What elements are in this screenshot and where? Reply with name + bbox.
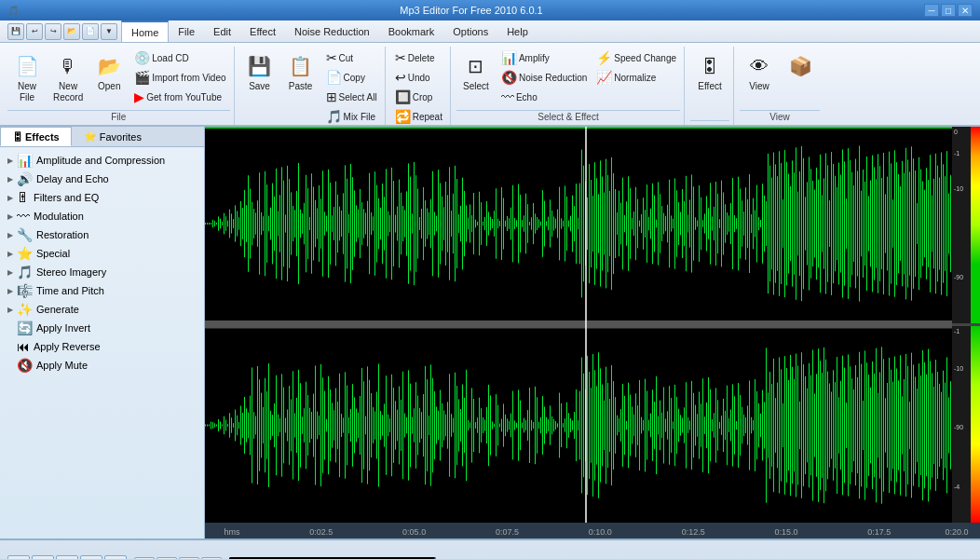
import-video-icon: 🎬 — [134, 70, 150, 85]
delete-button[interactable]: ✂ Delete — [391, 48, 446, 67]
new-file-button[interactable]: 📄 NewFile — [7, 48, 47, 106]
view-label: View — [749, 81, 769, 91]
menu-bookmark[interactable]: Bookmark — [379, 20, 444, 42]
close-button[interactable]: ✕ — [958, 4, 973, 17]
get-youtube-button[interactable]: ▶ Get from YouTube — [130, 88, 229, 106]
effect-apply-reverse[interactable]: ▶ ⏮ Apply Reverse — [4, 337, 200, 356]
cut-button[interactable]: ✂ Cut — [322, 48, 381, 67]
effect-generate[interactable]: ▶ ✨ Generate — [4, 300, 200, 319]
effect-time-pitch[interactable]: ▶ 🎼 Time and Pitch — [4, 281, 200, 300]
effect-special[interactable]: ▶ ⭐ Special — [4, 244, 200, 263]
qa-save[interactable]: 💾 — [7, 23, 24, 40]
effect-restoration[interactable]: ▶ 🔧 Restoration — [4, 225, 200, 244]
effect-delay[interactable]: ▶ 🔊 Delay and Echo — [4, 170, 200, 188]
select-effect-group-label: Select & Effect — [456, 110, 680, 123]
qa-undo[interactable]: ↩ — [26, 23, 43, 40]
amplify-button[interactable]: 📊 Amplify — [497, 48, 591, 67]
file-extras: 💿 Load CD 🎬 Import from Video ▶ Get from… — [130, 48, 229, 106]
next-button[interactable]: ⏭ — [104, 555, 127, 560]
paste-button[interactable]: 📋 Paste — [281, 48, 320, 94]
db-label-0: 0 — [954, 129, 958, 135]
menu-file[interactable]: File — [169, 20, 204, 42]
qa-redo[interactable]: ↪ — [45, 23, 61, 40]
filters-label: Filters and EQ — [34, 192, 99, 203]
mix-file-button[interactable]: 🎵 Mix File — [322, 107, 381, 126]
normalize-button[interactable]: 📈 Normalize — [592, 68, 680, 87]
effect-apply-invert[interactable]: ▶ 🔄 Apply Invert — [4, 319, 200, 337]
qa-new[interactable]: 📄 — [82, 23, 99, 40]
new-record-button[interactable]: 🎙 NewRecord — [48, 48, 88, 106]
import-video-button[interactable]: 🎬 Import from Video — [130, 68, 229, 87]
amplify-icon: 📊 — [501, 50, 517, 65]
timeline: hms 0:02.5 0:05.0 0:07.5 0:10.0 0:12.5 0… — [205, 523, 980, 539]
open-icon: 📂 — [94, 51, 124, 81]
maximize-button[interactable]: □ — [941, 4, 956, 17]
echo-icon: 〰 — [501, 89, 514, 104]
effect-modulation[interactable]: ▶ 〰 Modulation — [4, 207, 200, 225]
play-pause-button[interactable]: ⏭ — [32, 555, 54, 560]
help-icon: 📦 — [785, 51, 815, 81]
mix-file-label: Mix File — [344, 112, 375, 122]
view-button[interactable]: 👁 View — [740, 48, 779, 94]
db-label-b10: -10 — [954, 365, 963, 372]
menu-noise-reduction[interactable]: Noise Reduction — [285, 20, 379, 42]
filters-arrow: ▶ — [7, 194, 13, 202]
save-button[interactable]: 💾 Save — [240, 48, 279, 94]
tab-favorites[interactable]: ⭐ Favorites — [72, 127, 154, 146]
help-icon-button[interactable]: 📦 — [781, 48, 820, 84]
waveform-canvas[interactable] — [205, 127, 952, 523]
waveform-area[interactable]: 0 -1 -10 -90 -1 -10 -90 -4 hms 0:02.5 0:… — [205, 127, 980, 539]
time-pitch-icon: 🎼 — [17, 283, 33, 298]
select-button[interactable]: ⊡ Select — [456, 48, 496, 94]
delay-icon: 🔊 — [17, 171, 33, 186]
db-scale-bottom: -1 -10 -90 -4 — [952, 326, 980, 523]
restoration-arrow: ▶ — [7, 231, 13, 239]
apply-mute-label: Apply Mute — [36, 360, 88, 371]
menu-help[interactable]: Help — [497, 20, 538, 42]
qa-open[interactable]: 📂 — [63, 23, 80, 40]
menu-edit[interactable]: Edit — [204, 20, 240, 42]
copy-button[interactable]: 📄 Copy — [322, 68, 381, 87]
load-cd-button[interactable]: 💿 Load CD — [130, 48, 229, 67]
effect-button[interactable]: 🎛 Effect — [690, 48, 729, 94]
menu-home[interactable]: Home — [121, 20, 169, 42]
delete-icon: ✂ — [395, 50, 406, 65]
noise-reduction-label: Noise Reduction — [519, 73, 587, 83]
stop-cursor-button[interactable]: ⊡ — [56, 555, 78, 560]
repeat-button[interactable]: 🔁 Repeat — [391, 107, 446, 126]
menu-effect[interactable]: Effect — [240, 20, 285, 42]
restoration-label: Restoration — [36, 229, 88, 240]
undo-button[interactable]: ↩ Undo — [391, 68, 446, 87]
prev-button[interactable]: ⏮ — [80, 555, 102, 560]
effects-list: ▶ 📊 Amplitude and Compression ▶ 🔊 Delay … — [0, 147, 204, 539]
effect-filters[interactable]: ▶ 🎚 Filters and EQ — [4, 188, 200, 207]
select-all-button[interactable]: ⊞ Select All — [322, 88, 381, 106]
effect-stereo[interactable]: ▶ 🎵 Stereo Imagery — [4, 263, 200, 281]
ribbon-group-editing: ✂ Delete ↩ Undo 🔲 Crop 🔁 Repeat Editing — [388, 47, 451, 125]
restoration-icon: 🔧 — [17, 227, 33, 242]
tab-effects[interactable]: 🎛 Effects — [0, 127, 72, 146]
crop-button[interactable]: 🔲 Crop — [391, 88, 446, 106]
menu-options[interactable]: Options — [443, 20, 497, 42]
normalize-label: Normalize — [614, 73, 656, 83]
qa-dropdown[interactable]: ▼ — [101, 23, 117, 40]
minimize-button[interactable]: ─ — [924, 4, 939, 17]
bottom-controls: ▶ ⏭ ⊡ ⏮ ⏭ ⏹ ⏸ ⏺ ⏮ ⏭ 🔍+ 🔍- ⊡ ⊞ ↕ ↔ ↩ ↪ 0:… — [0, 539, 980, 559]
effect-apply-mute[interactable]: ▶ 🔇 Apply Mute — [4, 356, 200, 375]
view-icon: 👁 — [744, 51, 774, 81]
noise-reduction-button[interactable]: 🔇 Noise Reduction — [497, 68, 591, 87]
effect-amplitude[interactable]: ▶ 📊 Amplitude and Compression — [4, 151, 200, 170]
select-label: Select — [463, 81, 489, 91]
undo-icon: ↩ — [395, 70, 406, 85]
wave-container[interactable]: 0 -1 -10 -90 -1 -10 -90 -4 — [205, 127, 980, 523]
db-scale: 0 -1 -10 -90 -1 -10 -90 -4 — [952, 127, 980, 523]
echo-button[interactable]: 〰 Echo — [497, 88, 591, 106]
ribbon: 📄 NewFile 🎙 NewRecord 📂 Open 💿 Load CD 🎬… — [0, 43, 980, 127]
timeline-marker-8: 0:20.0 — [946, 527, 969, 537]
open-button[interactable]: 📂 Open — [89, 48, 129, 94]
db-label-b1: -1 — [954, 328, 960, 334]
speed-change-label: Speed Change — [614, 53, 676, 63]
title-controls[interactable]: ─ □ ✕ — [924, 4, 973, 17]
play-button[interactable]: ▶ — [7, 555, 30, 560]
speed-change-button[interactable]: ⚡ Speed Change — [592, 48, 680, 67]
